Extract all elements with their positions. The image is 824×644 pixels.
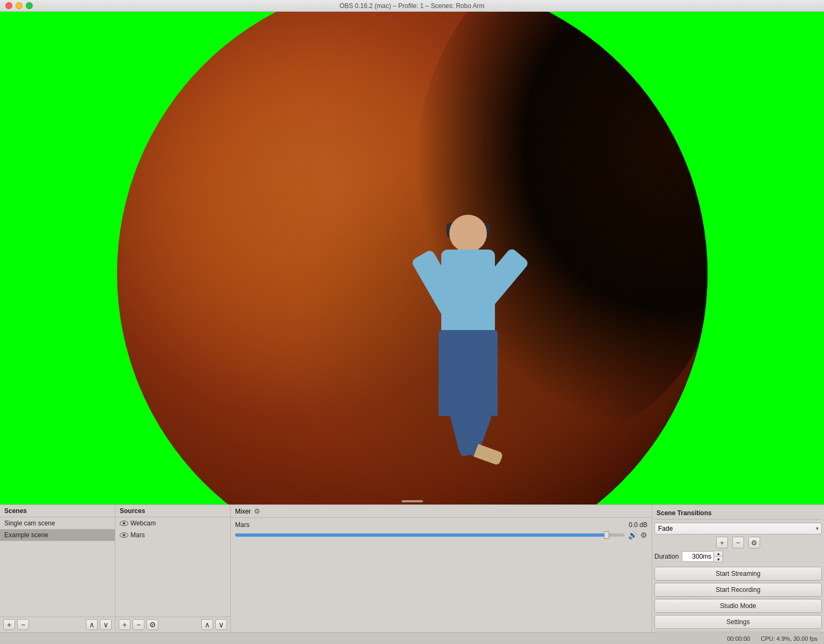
start-streaming-button[interactable]: Start Streaming (654, 567, 822, 581)
maximize-button[interactable] (26, 2, 33, 9)
mixer-track-header: Mars 0.0 dB (235, 521, 647, 529)
mixer-fader-thumb[interactable] (604, 531, 609, 539)
mixer-panel: Mixer ⚙ Mars 0.0 dB 🔊 ⚙ (231, 505, 652, 632)
titlebar: OBS 0.16.2 (mac) – Profile: 1 – Scenes: … (0, 0, 824, 12)
source-label-webcam: Webcam (130, 519, 156, 527)
controls-panel: Scene Transitions Fade Cut Swipe Slide +… (652, 505, 824, 632)
source-label-mars: Mars (130, 531, 145, 539)
duration-increment-button[interactable]: ▲ (714, 551, 723, 557)
transition-icon-row: + − ⚙ (654, 537, 822, 548)
source-item-webcam[interactable]: Webcam (115, 517, 230, 529)
mixer-fader[interactable] (235, 533, 625, 537)
scenes-down-button[interactable]: ∨ (100, 619, 112, 630)
mixer-mute-icon[interactable]: 🔊 (628, 531, 637, 539)
transition-type-wrapper: Fade Cut Swipe Slide (654, 523, 822, 535)
window-title: OBS 0.16.2 (mac) – Profile: 1 – Scenes: … (339, 2, 484, 10)
transition-settings-button[interactable]: ⚙ (748, 537, 760, 548)
panels-row: Scenes Single cam scene Example scene + … (0, 505, 824, 632)
statusbar: 00:00:00 CPU: 4.9%, 30.00 fps (0, 632, 824, 644)
scenes-panel: Scenes Single cam scene Example scene + … (0, 505, 115, 632)
scene-transitions-header: Scene Transitions (654, 507, 822, 519)
preview-canvas (0, 12, 824, 504)
transitions-row: Fade Cut Swipe Slide (654, 523, 822, 535)
scene-item-single-cam[interactable]: Single cam scene (0, 517, 115, 529)
mixer-label: Mixer (235, 508, 251, 515)
duration-decrement-button[interactable]: ▼ (714, 557, 723, 562)
sources-header: Sources (115, 505, 230, 517)
duration-input[interactable] (682, 551, 714, 562)
bottom-panel: Scenes Single cam scene Example scene + … (0, 504, 824, 644)
transition-remove-button[interactable]: − (732, 537, 744, 548)
start-recording-button[interactable]: Start Recording (654, 583, 822, 597)
mixer-fader-fill (235, 533, 609, 537)
mixer-fader-row: 🔊 ⚙ (235, 531, 647, 539)
mixer-gear-icon[interactable]: ⚙ (254, 507, 260, 515)
sources-add-button[interactable]: + (119, 619, 130, 630)
duration-input-wrapper: ▲ ▼ (682, 551, 723, 562)
duration-label: Duration (654, 553, 679, 560)
sources-settings-button[interactable]: ⚙ (147, 619, 158, 630)
transition-add-button[interactable]: + (716, 537, 728, 548)
close-button[interactable] (5, 2, 12, 9)
sources-down-button[interactable]: ∨ (215, 619, 227, 630)
mixer-track-gear-icon[interactable]: ⚙ (640, 531, 647, 539)
scenes-remove-button[interactable]: − (17, 619, 29, 630)
minimize-button[interactable] (16, 2, 23, 9)
transition-type-select[interactable]: Fade Cut Swipe Slide (654, 523, 822, 535)
person-head (449, 215, 487, 252)
person-figure (398, 215, 538, 472)
mixer-track-mars: Mars 0.0 dB 🔊 ⚙ (231, 518, 652, 543)
sources-remove-button[interactable]: − (133, 619, 144, 630)
person-foot-right (473, 444, 504, 466)
duration-stepper: ▲ ▼ (714, 551, 723, 562)
scenes-toolbar: + − ∧ ∨ (0, 617, 115, 632)
preview-area (0, 12, 824, 504)
mixer-header: Mixer ⚙ (231, 505, 652, 518)
scenes-header: Scenes (0, 505, 115, 517)
duration-row: Duration ▲ ▼ (654, 551, 822, 562)
source-item-mars[interactable]: Mars (115, 529, 230, 541)
eye-icon-mars (120, 532, 128, 538)
preview-scroll-indicator (402, 500, 423, 502)
scenes-add-button[interactable]: + (3, 619, 15, 630)
eye-icon-webcam (120, 521, 128, 526)
sources-toolbar: + − ⚙ ∧ ∨ (115, 617, 230, 632)
mixer-track-name: Mars (235, 521, 250, 529)
scene-item-example[interactable]: Example scene (0, 529, 115, 541)
mixer-track-db: 0.0 dB (629, 521, 647, 529)
sources-up-button[interactable]: ∧ (201, 619, 213, 630)
cpu-status: CPU: 4.9%, 30.00 fps (761, 635, 818, 642)
settings-button[interactable]: Settings (654, 615, 822, 629)
titlebar-buttons (5, 2, 33, 9)
sources-panel: Sources Webcam Mars + − ⚙ ∧ ∨ (115, 505, 231, 632)
timecode: 00:00:00 (727, 635, 750, 642)
scenes-list: Single cam scene Example scene (0, 517, 115, 617)
sources-list: Webcam Mars (115, 517, 230, 617)
studio-mode-button[interactable]: Studio Mode (654, 599, 822, 613)
scenes-up-button[interactable]: ∧ (86, 619, 98, 630)
